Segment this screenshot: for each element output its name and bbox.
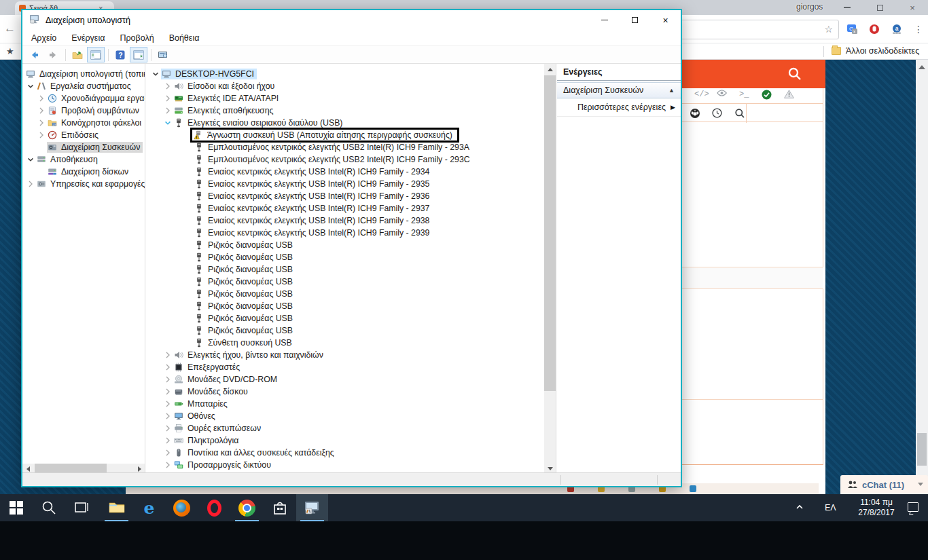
device-tree-item[interactable]: Ριζικός διανομέας USB — [146, 324, 544, 337]
device-tree-item[interactable]: Ουρές εκτυπώσεων — [146, 422, 544, 434]
console-tree-toolbar-button[interactable] — [87, 47, 105, 62]
forward-toolbar-button[interactable] — [44, 47, 62, 62]
device-tree-item[interactable]: Ριζικός διανομέας USB — [146, 276, 544, 288]
tray-hidden-icons-chevron[interactable] — [795, 502, 804, 515]
collapse-chevron-icon[interactable] — [25, 81, 36, 92]
expand-chevron-icon[interactable] — [162, 105, 173, 116]
device-tree-item[interactable]: Ριζικός διανομέας USB — [146, 263, 544, 276]
tray-language-indicator[interactable]: ΕΛ — [825, 503, 836, 512]
console-tree-item[interactable]: Διαχείριση δίσκων — [22, 166, 145, 178]
console-tree-item[interactable]: Προβολή συμβάντων — [22, 105, 145, 117]
device-tree-item[interactable]: Ριζικός διανομέας USB — [146, 251, 544, 263]
taskbar-task-view-button[interactable] — [65, 494, 97, 521]
check-icon[interactable] — [762, 90, 772, 102]
terminal-icon[interactable]: >_ — [739, 90, 749, 99]
alexa-extension-icon[interactable]: a — [889, 21, 905, 37]
collapse-chevron-icon[interactable] — [25, 154, 36, 165]
page-scrollbar[interactable] — [916, 60, 928, 494]
taskbar-search-button[interactable] — [33, 494, 65, 521]
taskbar-opera-button[interactable] — [198, 494, 230, 521]
device-tree-item[interactable]: Πληκτρολόγια — [146, 434, 544, 447]
scrollbar-thumb[interactable] — [544, 75, 556, 391]
more-actions-item[interactable]: Περισσότερες ενέργειες ▶ — [557, 98, 681, 117]
device-tree-item[interactable]: Ενιαίος κεντρικός ελεγκτής USB Intel(R) … — [146, 227, 544, 239]
chrome-profile-name[interactable]: giorgos — [796, 2, 823, 12]
menu-βοήθεια[interactable]: Βοήθεια — [162, 31, 207, 45]
eye-icon[interactable] — [717, 90, 727, 99]
device-tree-item[interactable]: Ριζικός διανομέας USB — [146, 288, 544, 300]
adblock-extension-icon[interactable] — [866, 21, 882, 37]
collapse-chevron-icon[interactable] — [150, 69, 161, 79]
device-tree-item[interactable]: Ποντίκια και άλλες συσκευές κατάδειξης — [146, 447, 544, 459]
expand-chevron-icon[interactable] — [36, 105, 47, 116]
device-tree-item[interactable]: Ριζικός διανομέας USB — [146, 300, 544, 312]
device-tree-item[interactable]: Ενιαίος κεντρικός ελεγκτής USB Intel(R) … — [146, 166, 544, 178]
bookmark-star-icon[interactable]: ☆ — [824, 24, 833, 35]
device-tree-item[interactable]: Ελεγκτές αποθήκευσης — [146, 105, 544, 117]
window-maximize-button[interactable] — [620, 10, 650, 30]
device-tree-item[interactable]: Ενιαίος κεντρικός ελεγκτής USB Intel(R) … — [146, 202, 544, 214]
device-tree-item[interactable]: Εμπλουτισμένος κεντρικός ελεγκτής USB2 I… — [146, 141, 544, 153]
expand-chevron-icon[interactable] — [162, 435, 173, 446]
taskbar-start-button[interactable] — [0, 494, 32, 521]
code-icon[interactable]: </> — [694, 90, 709, 99]
expand-chevron-icon[interactable] — [162, 423, 173, 434]
expand-chevron-icon[interactable] — [162, 411, 173, 422]
browser-menu-icon[interactable]: ⋮ — [912, 21, 925, 37]
clock-icon[interactable] — [712, 108, 722, 121]
device-tree-item[interactable]: Ριζικός διανομέας USB — [146, 239, 544, 251]
scroll-up-icon[interactable] — [918, 65, 925, 69]
taskbar-computer-management-button[interactable] — [296, 494, 328, 521]
console-tree-item[interactable]: Διαχείριση υπολογιστή (τοπικ — [22, 68, 145, 80]
expand-chevron-icon[interactable] — [36, 117, 47, 128]
cchat-collapse-icon[interactable] — [918, 483, 923, 486]
window-close-button[interactable]: × — [650, 10, 681, 30]
console-tree-item[interactable]: Υπηρεσίες και εφαρμογές — [22, 178, 145, 190]
rebel-icon[interactable] — [690, 108, 700, 122]
console-tree-item[interactable]: 23Κοινόχρηστοι φάκελοι — [22, 117, 145, 129]
expand-chevron-icon[interactable] — [162, 93, 173, 104]
taskbar-edge-button[interactable]: e — [133, 494, 165, 521]
help-toolbar-button[interactable]: ? — [111, 47, 129, 62]
menu-προβολή[interactable]: Προβολή — [112, 31, 161, 45]
expand-chevron-icon[interactable] — [162, 350, 173, 360]
expand-chevron-icon[interactable] — [162, 386, 173, 397]
export-toolbar-button[interactable] — [69, 47, 86, 62]
expand-chevron-icon[interactable] — [25, 179, 36, 189]
back-toolbar-button[interactable] — [26, 47, 43, 62]
collapse-section-icon[interactable]: ▲ — [668, 87, 675, 94]
tray-clock[interactable]: 11:04 πμ 27/8/2017 — [851, 498, 902, 518]
cchat-button[interactable]: cChat (11) — [840, 475, 928, 494]
console-tree-item[interactable]: Διαχείριση Συσκευών — [22, 141, 145, 153]
taskbar-file-explorer-button[interactable] — [101, 494, 132, 521]
device-tree-item[interactable]: Προσαρμογείς δικτύου — [146, 459, 544, 471]
console-tree-item[interactable]: Χρονοδιάγραμμα εργασ — [22, 92, 145, 105]
device-tree-item[interactable]: Ενιαίος κεντρικός ελεγκτής USB Intel(R) … — [146, 214, 544, 227]
device-tree-item[interactable]: Μονάδες DVD/CD-ROM — [146, 373, 544, 386]
device-tree-item[interactable]: Είσοδοι και έξοδοι ήχου — [146, 80, 544, 92]
console-window-toolbar-button[interactable] — [154, 47, 172, 62]
expand-chevron-icon[interactable] — [36, 93, 47, 104]
device-tree-item[interactable]: Ενιαίος κεντρικός ελεγκτής USB Intel(R) … — [146, 178, 544, 190]
device-tree-item[interactable]: Ελεγκτές IDE ATA/ATAPI — [146, 92, 544, 105]
device-tree-item[interactable]: Επεξεργαστές — [146, 361, 544, 373]
taskbar-store-button[interactable] — [264, 494, 296, 521]
scrollbar-thumb[interactable] — [917, 433, 927, 466]
collapse-chevron-icon[interactable] — [162, 117, 173, 128]
window-minimize-button[interactable] — [589, 10, 620, 30]
device-tree-item[interactable]: DESKTOP-HVG5FCI — [146, 68, 544, 80]
browser-back-icon[interactable]: ← — [4, 22, 16, 35]
taskbar-chrome-button[interactable] — [231, 494, 263, 521]
device-tree-item[interactable]: Μπαταρίες — [146, 398, 544, 410]
search-icon[interactable] — [734, 108, 745, 122]
scroll-up-icon[interactable] — [544, 64, 556, 75]
device-tree-item[interactable]: Ελεγκτές ήχου, βίντεο και παιχνιδιών — [146, 349, 544, 361]
expand-chevron-icon[interactable] — [162, 447, 173, 458]
other-bookmarks-label[interactable]: Άλλοι σελιδοδείκτες — [846, 46, 919, 56]
console-tree-item[interactable]: Επιδόσεις — [22, 129, 145, 141]
action-center-icon[interactable] — [908, 502, 918, 512]
vertical-scrollbar[interactable] — [544, 64, 556, 474]
expand-chevron-icon[interactable] — [162, 81, 173, 92]
expand-chevron-icon[interactable] — [162, 398, 173, 409]
device-tree-item[interactable]: Εμπλουτισμένος κεντρικός ελεγκτής USB2 I… — [146, 153, 544, 166]
